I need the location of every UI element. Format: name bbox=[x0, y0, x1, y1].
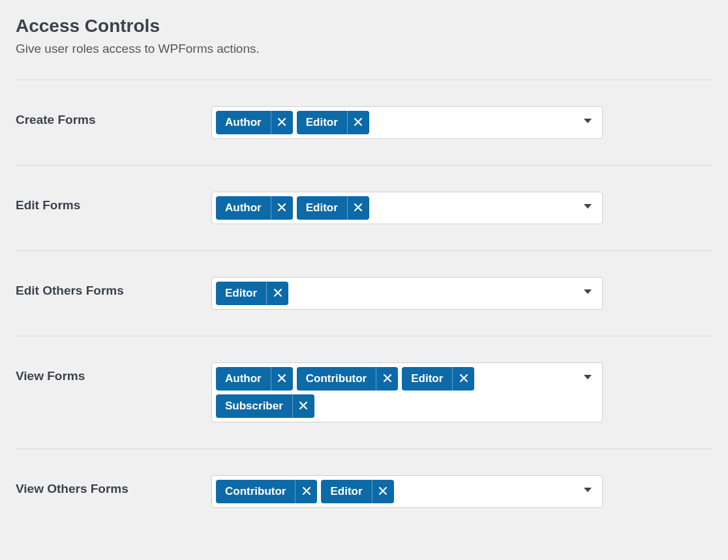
chevron-down-icon bbox=[584, 204, 592, 209]
close-icon bbox=[299, 402, 307, 411]
role-tag: Editor bbox=[297, 111, 369, 134]
role-tag: Author bbox=[216, 111, 293, 134]
remove-role-button[interactable] bbox=[452, 367, 474, 391]
setting-label: Edit Others Forms bbox=[16, 277, 211, 298]
setting-label: Create Forms bbox=[16, 106, 211, 127]
close-icon bbox=[278, 203, 286, 213]
close-icon bbox=[274, 289, 282, 299]
role-tag: Editor bbox=[297, 196, 369, 220]
close-icon bbox=[354, 203, 362, 213]
remove-role-button[interactable] bbox=[347, 111, 369, 134]
page-title: Access Controls bbox=[16, 16, 712, 37]
remove-role-button[interactable] bbox=[266, 282, 288, 305]
role-tag-label: Subscriber bbox=[216, 394, 292, 418]
settings-list: Create FormsAuthorEditorEdit FormsAuthor… bbox=[16, 80, 712, 534]
close-icon bbox=[460, 374, 468, 384]
chevron-down-icon bbox=[584, 119, 592, 123]
role-tag: Subscriber bbox=[216, 394, 314, 418]
setting-label: View Others Forms bbox=[16, 475, 211, 496]
setting-row-edit-others-forms: Edit Others FormsEditor bbox=[16, 251, 712, 336]
role-tag: Author bbox=[216, 196, 293, 220]
close-icon bbox=[354, 118, 362, 128]
role-tag: Editor bbox=[216, 282, 288, 305]
role-tag-label: Editor bbox=[321, 480, 371, 503]
close-icon bbox=[278, 374, 286, 384]
role-tag-label: Author bbox=[216, 111, 271, 134]
chevron-down-icon bbox=[584, 289, 592, 294]
setting-row-view-others-forms: View Others FormsContributorEditor bbox=[16, 449, 712, 534]
role-tag-label: Author bbox=[216, 367, 271, 391]
role-tag-label: Editor bbox=[297, 111, 347, 134]
remove-role-button[interactable] bbox=[372, 480, 394, 503]
role-tag-label: Editor bbox=[297, 196, 347, 220]
setting-row-edit-forms: Edit FormsAuthorEditor bbox=[16, 166, 712, 250]
remove-role-button[interactable] bbox=[347, 196, 369, 220]
role-tag-label: Contributor bbox=[216, 480, 295, 503]
role-multiselect-view-forms[interactable]: AuthorContributorEditorSubscriber bbox=[211, 362, 603, 422]
role-tag-label: Editor bbox=[402, 367, 452, 391]
role-multiselect-view-others-forms[interactable]: ContributorEditor bbox=[211, 475, 603, 508]
role-tag: Editor bbox=[321, 480, 393, 503]
close-icon bbox=[379, 487, 387, 497]
setting-label: View Forms bbox=[16, 362, 211, 383]
setting-label: Edit Forms bbox=[16, 192, 211, 213]
role-tag-label: Author bbox=[216, 196, 271, 220]
role-tag-label: Editor bbox=[216, 282, 266, 305]
close-icon bbox=[303, 487, 311, 497]
remove-role-button[interactable] bbox=[292, 394, 314, 418]
role-multiselect-edit-forms[interactable]: AuthorEditor bbox=[211, 192, 603, 224]
role-tag-label: Contributor bbox=[297, 367, 376, 391]
chevron-down-icon bbox=[584, 488, 592, 492]
setting-row-create-forms: Create FormsAuthorEditor bbox=[16, 80, 712, 165]
remove-role-button[interactable] bbox=[271, 196, 293, 220]
chevron-down-icon bbox=[584, 375, 592, 379]
remove-role-button[interactable] bbox=[271, 111, 293, 134]
remove-role-button[interactable] bbox=[271, 367, 293, 391]
role-tag: Contributor bbox=[297, 367, 398, 391]
role-tag: Author bbox=[216, 367, 293, 391]
role-multiselect-edit-others-forms[interactable]: Editor bbox=[211, 277, 603, 310]
remove-role-button[interactable] bbox=[295, 480, 317, 503]
close-icon bbox=[384, 374, 391, 384]
remove-role-button[interactable] bbox=[376, 367, 398, 391]
role-multiselect-create-forms[interactable]: AuthorEditor bbox=[211, 106, 603, 139]
page-subtitle: Give user roles access to WPForms action… bbox=[16, 42, 712, 56]
role-tag: Contributor bbox=[216, 480, 317, 503]
close-icon bbox=[278, 118, 286, 128]
setting-row-view-forms: View FormsAuthorContributorEditorSubscri… bbox=[16, 336, 712, 449]
role-tag: Editor bbox=[402, 367, 474, 391]
